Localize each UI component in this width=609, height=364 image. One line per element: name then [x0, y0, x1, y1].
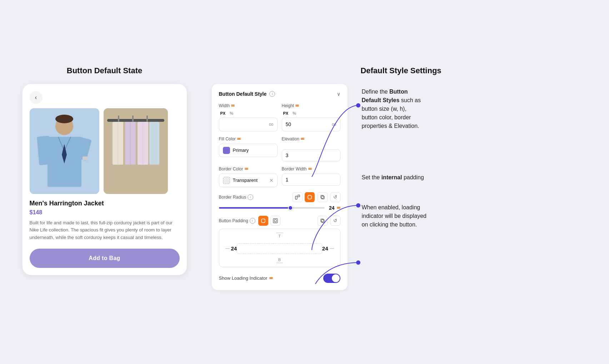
content-row: Button Default Style i ∨ Width PX	[212, 84, 590, 298]
style-panel: Button Default Style i ∨ Width PX	[212, 84, 348, 290]
border-color-value: Transparent	[233, 178, 266, 183]
product-image-shirt	[30, 108, 99, 194]
svg-rect-24	[321, 195, 324, 198]
panel-info-icon[interactable]: i	[269, 91, 275, 97]
height-input-wrap: ∞	[282, 118, 340, 131]
border-width-label: Border Width	[282, 166, 340, 171]
border-radius-section: Border Radius i	[219, 192, 340, 211]
padding-copy-btn[interactable]	[318, 216, 328, 226]
border-radius-info-icon[interactable]: i	[248, 194, 253, 200]
svg-rect-23	[321, 196, 324, 199]
width-field-group: Width PX % ∞	[219, 103, 278, 131]
svg-rect-5	[83, 156, 88, 160]
elevation-label: Elevation	[282, 136, 340, 141]
svg-rect-12	[146, 115, 148, 122]
product-price: $148	[30, 209, 180, 216]
border-color-input-wrap[interactable]: Transparent ✕	[219, 174, 278, 187]
radius-corner-all-btn[interactable]	[305, 192, 315, 202]
toggle-label: Show Loading Indicator	[219, 275, 273, 281]
height-field-group: Height PX % ∞	[282, 103, 340, 131]
border-color-field-group: Border Color Transparent ✕	[219, 166, 278, 187]
panel-collapse-icon[interactable]: ∨	[337, 91, 340, 97]
elevation-settings-icon	[301, 138, 304, 140]
width-percent-tab[interactable]: %	[228, 110, 235, 116]
svg-rect-9	[107, 119, 164, 122]
elevation-field-group: Elevation	[282, 136, 340, 161]
border-radius-slider[interactable]	[219, 207, 325, 209]
radius-copy-btn[interactable]	[318, 192, 328, 202]
svg-rect-27	[274, 220, 276, 222]
main-container: Button Default State ‹	[19, 66, 590, 298]
border-radius-header: Border Radius i	[219, 192, 340, 202]
height-input[interactable]	[286, 121, 332, 127]
padding-info-icon[interactable]: i	[250, 218, 255, 224]
height-label: Height	[282, 103, 340, 108]
border-radius-value: 24	[329, 205, 335, 211]
left-section: Button Default State ‹	[19, 66, 190, 275]
add-to-bag-button[interactable]: Add to Bag	[30, 249, 180, 268]
padding-left-value: 24	[231, 245, 237, 251]
fill-color-field-group: Fill Color Primary	[219, 136, 278, 161]
padding-bottom-indicator: B	[223, 258, 336, 263]
width-label: Width	[219, 103, 278, 108]
svg-rect-21	[298, 195, 300, 197]
border-radius-slider-row: 24	[219, 205, 340, 211]
padding-reset-btn[interactable]: ↺	[330, 216, 340, 226]
toggle-settings-icon	[269, 277, 273, 279]
left-title: Button Default State	[67, 66, 142, 75]
right-title: Default Style Settings	[360, 66, 441, 75]
product-description: Built for life and made to last, this fu…	[30, 219, 180, 241]
svg-point-32	[356, 260, 360, 265]
annotation-3-text: When enabled, loadingindicator will be d…	[362, 203, 462, 229]
radius-reset-btn[interactable]: ↺	[330, 192, 340, 202]
padding-right-value: 24	[322, 245, 328, 251]
padding-top-label: T	[278, 234, 281, 238]
elevation-input[interactable]	[286, 153, 336, 158]
annotation-3: When enabled, loadingindicator will be d…	[362, 203, 590, 229]
annotations-area: Define the ButtonDefault Styles such asb…	[362, 84, 590, 298]
product-image-jackets	[104, 108, 168, 194]
border-radius-label: Border Radius i	[219, 194, 254, 200]
button-padding-label: Button Padding i	[219, 218, 255, 224]
width-height-row: Width PX % ∞	[219, 103, 340, 131]
height-percent-tab[interactable]: %	[291, 110, 298, 116]
show-loading-toggle[interactable]	[323, 274, 340, 283]
border-radius-value-wrap: 24	[329, 205, 340, 211]
elevation-input-wrap	[282, 149, 340, 161]
svg-rect-11	[132, 115, 134, 122]
fill-elevation-row: Fill Color Primary Elevation	[219, 136, 340, 161]
border-width-field-group: Border Width	[282, 166, 340, 187]
border-color-clear-icon[interactable]: ✕	[269, 178, 274, 183]
border-width-input-wrap	[282, 174, 340, 186]
svg-point-7	[55, 115, 73, 123]
svg-rect-19	[149, 122, 159, 165]
back-button[interactable]: ‹	[30, 91, 43, 104]
panel-header-left: Button Default Style i	[219, 91, 275, 97]
radius-corner-separate-btn[interactable]	[293, 192, 303, 202]
fill-color-input-wrap[interactable]: Primary	[219, 144, 278, 157]
svg-rect-25	[261, 219, 265, 223]
width-input[interactable]	[223, 121, 269, 127]
svg-rect-20	[295, 196, 297, 199]
radius-copy-reset: ↺	[318, 192, 340, 202]
right-section: Default Style Settings Button Default St…	[212, 66, 590, 298]
svg-rect-28	[321, 220, 324, 223]
svg-point-30	[356, 103, 360, 108]
width-infinity-icon: ∞	[269, 121, 274, 128]
width-settings-icon	[231, 105, 235, 106]
border-width-settings-icon	[308, 168, 312, 170]
height-px-tab[interactable]: PX	[282, 110, 290, 116]
padding-linked-btn[interactable]	[258, 216, 268, 226]
width-px-tab[interactable]: PX	[219, 110, 227, 116]
radius-type-icons	[293, 192, 315, 202]
svg-point-31	[356, 203, 360, 208]
border-width-input[interactable]	[286, 177, 336, 183]
padding-individual-btn[interactable]	[270, 216, 280, 226]
panel-title: Button Default Style	[219, 91, 267, 97]
product-name: Men's Harrington Jacket	[30, 200, 180, 207]
annotation-2-text: Set the internal padding	[362, 173, 462, 182]
border-color-swatch	[223, 177, 230, 184]
border-radius-stepper-icon	[337, 207, 340, 209]
border-radius-slider-thumb[interactable]	[288, 205, 293, 210]
phone-card: ‹	[23, 84, 187, 275]
